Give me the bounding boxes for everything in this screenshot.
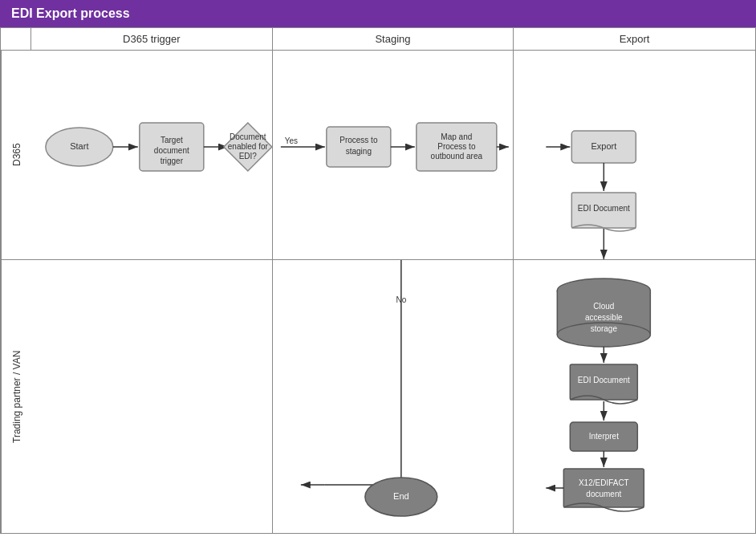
- staging-svg: Yes Process to staging Map and Process t…: [273, 51, 514, 259]
- staging-bottom-svg: No End: [273, 260, 514, 533]
- col-header-2: Staging: [273, 28, 514, 50]
- process-staging-1: Process to: [339, 136, 378, 144]
- end-label: End: [393, 491, 409, 501]
- svg-rect-31: [564, 469, 644, 507]
- doc-enabled-1: Document: [230, 132, 266, 141]
- d365-bottom-svg: [31, 260, 272, 533]
- yes-label: Yes: [284, 136, 297, 145]
- col-header-3: Export: [514, 28, 755, 50]
- x12-label-1: X12/EDIFACT: [579, 478, 629, 487]
- trading-partner-row: Trading partner / VAN No: [1, 260, 755, 533]
- corner-empty: [1, 28, 31, 50]
- doc-enabled-2: enabled for: [228, 142, 269, 151]
- d365-row: D365 Start Target document trigger: [1, 51, 755, 260]
- cloud-storage-3: storage: [591, 324, 618, 333]
- export-label: Export: [591, 141, 617, 151]
- target-doc-label: Target: [161, 136, 183, 144]
- map-process-3: outbound area: [430, 152, 482, 161]
- edi-doc-top-label: EDI Document: [578, 204, 630, 213]
- target-doc-label2: document: [154, 146, 189, 155]
- page-title: EDI Export process: [11, 6, 130, 20]
- column-headers: D365 trigger Staging Export: [1, 28, 755, 51]
- map-process-2: Process to: [437, 142, 476, 151]
- d365-trigger-svg: Start Target document trigger Document e…: [31, 51, 272, 259]
- doc-enabled-3: EDI?: [239, 152, 258, 161]
- process-staging-2: staging: [345, 147, 371, 156]
- diagram-container: D365 trigger Staging Export D365 Start: [0, 27, 756, 534]
- title-bar: EDI Export process: [0, 0, 756, 27]
- staging-cell: Yes Process to staging Map and Process t…: [273, 51, 514, 259]
- export-cell-top: Export EDI Document: [514, 51, 755, 259]
- staging-bottom-cell: No End: [273, 260, 514, 533]
- start-label: Start: [70, 141, 88, 151]
- d365-trigger-cell: Start Target document trigger Document e…: [31, 51, 273, 259]
- d365-bottom-cell: [31, 260, 273, 533]
- export-cell-bottom: Cloud accessible storage EDI Document In…: [514, 260, 755, 533]
- target-doc-label3: trigger: [161, 157, 184, 165]
- trading-partner-label: Trading partner / VAN: [1, 260, 31, 533]
- d365-label: D365: [1, 51, 31, 259]
- edi-doc-bottom-label: EDI Document: [578, 376, 630, 384]
- x12-label-2: document: [587, 490, 622, 498]
- export-bottom-svg: Cloud accessible storage EDI Document In…: [514, 260, 755, 533]
- col-header-1: D365 trigger: [31, 28, 273, 50]
- export-top-svg: Export EDI Document: [514, 51, 755, 259]
- cloud-storage-2: accessible: [585, 313, 623, 322]
- cloud-storage-1: Cloud: [594, 302, 615, 311]
- interpret-label: Interpret: [589, 432, 619, 441]
- map-process-1: Map and: [441, 132, 472, 141]
